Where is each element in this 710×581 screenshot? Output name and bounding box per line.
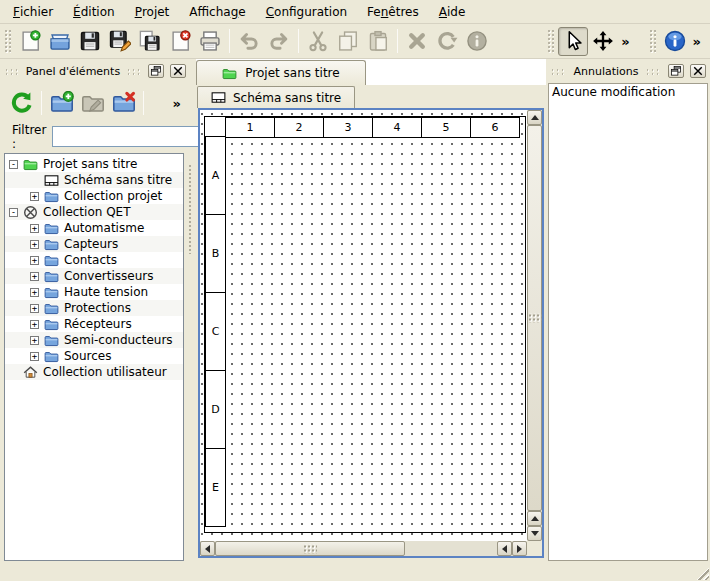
elements-panel-dock: Panel d'éléments » Filtrer : -Projet san… (0, 59, 188, 561)
edit-category-button[interactable] (77, 88, 108, 119)
redo-button[interactable] (264, 27, 294, 56)
pan-mode-button[interactable] (588, 27, 618, 56)
toolbar-overflow-icon[interactable]: » (690, 27, 704, 56)
float-dock-button[interactable] (668, 64, 684, 78)
scroll-track[interactable] (405, 541, 497, 556)
tree-expander[interactable]: + (30, 352, 39, 361)
tree-item-label: Haute tension (64, 285, 148, 299)
menu-configuration[interactable]: Configuration (256, 0, 357, 23)
close-dock-button[interactable] (690, 64, 706, 78)
tree-item-recepteurs[interactable]: +Récepteurs (5, 316, 183, 332)
schema-canvas[interactable]: 123456 ABCDE (200, 110, 527, 541)
schema-icon (44, 173, 59, 188)
menu-fichier[interactable]: Fichier (3, 0, 63, 23)
vertical-scroll-thumb[interactable] (527, 125, 542, 511)
save-button[interactable] (75, 27, 105, 56)
scroll-left-button[interactable] (200, 541, 215, 556)
tab-project[interactable]: Projet sans titre (196, 60, 366, 85)
dock-title-texture (550, 68, 567, 75)
dock-title-texture (4, 68, 20, 75)
scroll-up-button[interactable] (527, 110, 542, 125)
cut-button[interactable] (303, 27, 333, 56)
tree-expander[interactable]: + (30, 320, 39, 329)
tree-item-capteurs[interactable]: +Capteurs (5, 236, 183, 252)
tree-item-convertisseurs[interactable]: +Convertisseurs (5, 268, 183, 284)
tree-expander[interactable]: + (30, 288, 39, 297)
menu-affichage[interactable]: Affichage (179, 0, 255, 23)
folder-blue-icon (44, 301, 59, 316)
tree-item-haute-tension[interactable]: +Haute tension (5, 284, 183, 300)
tree-expander[interactable]: + (30, 304, 39, 313)
tree-expander[interactable]: + (30, 240, 39, 249)
filter-input[interactable] (52, 126, 210, 147)
paste-button[interactable] (363, 27, 393, 56)
about-info-button[interactable] (660, 27, 690, 56)
tree-item-label: Schéma sans titre (64, 173, 172, 187)
delete-category-button[interactable] (108, 88, 139, 119)
scroll-right-button[interactable] (512, 541, 527, 556)
tree-item-collection-projet[interactable]: +Collection projet (5, 188, 183, 204)
tree-expander[interactable]: + (30, 256, 39, 265)
print-button[interactable] (195, 27, 225, 56)
tree-expander[interactable]: + (30, 192, 39, 201)
column-header-3: 3 (323, 117, 373, 138)
tree-item-label: Capteurs (64, 237, 118, 251)
toolbar-separator (298, 29, 299, 53)
toolbar-separator (229, 29, 230, 53)
tree-item-contacts[interactable]: +Contacts (5, 252, 183, 268)
save-all-button[interactable] (135, 27, 165, 56)
undo-button[interactable] (234, 27, 264, 56)
tree-expander[interactable]: + (30, 224, 39, 233)
menu-fenetres[interactable]: Fenêtres (357, 0, 429, 23)
toolbar-drag-handle[interactable] (649, 29, 656, 53)
menu-edition[interactable]: Édition (63, 0, 125, 23)
panel-splitter[interactable] (188, 59, 196, 561)
project-tabbar: Projet sans titre (196, 59, 546, 85)
new-category-button[interactable] (46, 88, 77, 119)
toolbar-separator (41, 91, 42, 115)
save-as-button[interactable] (105, 27, 135, 56)
scroll-up-button-2[interactable] (527, 511, 542, 526)
float-dock-button[interactable] (148, 64, 164, 78)
open-document-button[interactable] (45, 27, 75, 56)
resize-grip[interactable] (695, 566, 709, 580)
delete-button[interactable] (402, 27, 432, 56)
tree-item-label: Semi-conducteurs (64, 333, 173, 347)
close-dock-button[interactable] (170, 64, 186, 78)
tree-item-protections[interactable]: +Protections (5, 300, 183, 316)
tree-item-schema-sans-titre[interactable]: Schéma sans titre (5, 172, 183, 188)
copy-button[interactable] (333, 27, 363, 56)
tree-expander[interactable]: - (9, 208, 18, 217)
row-header-e: E (205, 448, 226, 527)
toolbar-drag-handle[interactable] (547, 29, 554, 53)
scroll-down-button[interactable] (527, 526, 542, 541)
scroll-left-button-2[interactable] (497, 541, 512, 556)
tree-item-semi-conducteurs[interactable]: +Semi-conducteurs (5, 332, 183, 348)
elements-panel-titlebar: Panel d'éléments (2, 61, 188, 81)
tree-item-collection-utilisateur[interactable]: Collection utilisateur (5, 364, 183, 380)
rotate-button[interactable] (432, 27, 462, 56)
tree-expander[interactable]: - (9, 160, 18, 169)
schema-view: 123456 ABCDE (198, 108, 544, 558)
conductor-info-button[interactable] (462, 27, 492, 56)
tree-expander[interactable]: + (30, 336, 39, 345)
expander-spacer (9, 368, 18, 377)
undo-list-item[interactable]: Aucune modification (549, 84, 707, 100)
tab-schema[interactable]: Schéma sans titre (197, 86, 355, 108)
panel-toolbar-overflow-icon[interactable]: » (170, 89, 184, 118)
tree-item-collection-qet[interactable]: -Collection QET (5, 204, 183, 220)
toolbar-drag-handle[interactable] (4, 29, 11, 53)
tree-item-automatisme[interactable]: +Automatisme (5, 220, 183, 236)
tree-item-sources[interactable]: +Sources (5, 348, 183, 364)
toolbar-overflow-icon[interactable]: » (618, 27, 632, 56)
new-document-button[interactable] (15, 27, 45, 56)
reload-collections-button[interactable] (6, 88, 37, 119)
save-icon (79, 30, 101, 52)
tree-expander[interactable]: + (30, 272, 39, 281)
menu-aide[interactable]: Aide (429, 0, 476, 23)
close-document-button[interactable] (165, 27, 195, 56)
horizontal-scroll-thumb[interactable] (215, 541, 405, 556)
select-mode-button[interactable] (558, 27, 588, 56)
menu-projet[interactable]: Projet (125, 0, 180, 23)
tree-item-projet-sans-titre[interactable]: -Projet sans titre (5, 156, 183, 172)
